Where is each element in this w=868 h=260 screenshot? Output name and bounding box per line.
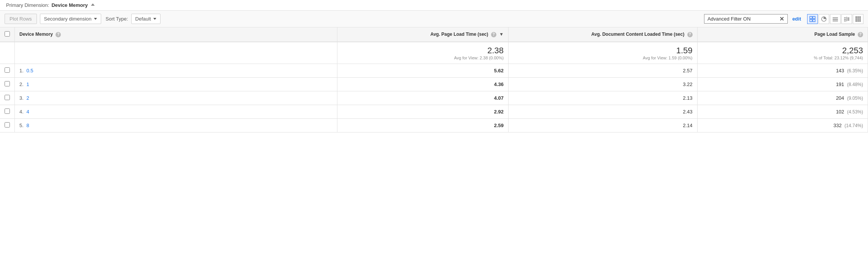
table-row: 5. 8 2.59 2.14 332 (14.74%) — [0, 119, 868, 132]
header-avg-page-load-label: Avg. Page Load Time (sec) — [430, 32, 488, 37]
summary-checkbox-col — [0, 42, 15, 64]
toolbar: Plot Rows Secondary dimension Sort Type:… — [0, 11, 868, 27]
row-page-load-sample-value: 332 — [833, 123, 842, 128]
device-memory-help-icon[interactable]: ? — [56, 32, 61, 37]
row-page-load-sample: 332 (14.74%) — [697, 119, 868, 132]
caret-up-icon — [91, 3, 95, 6]
row-checkbox-col — [0, 105, 15, 119]
row-avg-page-load: 2.59 — [337, 119, 508, 132]
page-load-sample-help-icon[interactable]: ? — [858, 32, 863, 37]
secondary-dimension-dropdown[interactable]: Secondary dimension — [40, 14, 101, 24]
svg-rect-21 — [859, 18, 861, 20]
header-page-load-sample: Page Load Sample ? — [697, 27, 868, 42]
svg-rect-3 — [813, 19, 815, 22]
row-avg-page-load: 2.92 — [337, 105, 508, 119]
row-page-load-sample-value: 191 — [836, 81, 844, 87]
header-checkbox-col — [0, 27, 15, 42]
row-avg-doc-content-value: 2.13 — [683, 95, 692, 101]
select-all-checkbox[interactable] — [5, 31, 10, 37]
avg-page-load-help-icon[interactable]: ? — [491, 32, 496, 37]
row-dimension-link[interactable]: 2 — [26, 95, 29, 101]
edit-filter-link[interactable]: edit — [792, 16, 801, 22]
filter-clear-button[interactable]: ✕ — [779, 16, 784, 22]
summary-page-load-sample-value: 2,253 — [702, 46, 863, 56]
header-avg-doc-content: Avg. Document Content Loaded Time (sec) … — [509, 27, 697, 42]
row-page-load-sample: 191 (8.48%) — [697, 78, 868, 91]
table-row: 4. 4 2.92 2.43 102 (4.53%) — [0, 105, 868, 119]
svg-rect-15 — [847, 20, 849, 21]
view-pivot-button[interactable] — [853, 14, 863, 24]
sort-arrow-icon: ▼ — [499, 32, 504, 37]
svg-rect-22 — [855, 20, 857, 22]
svg-rect-24 — [859, 20, 861, 22]
header-page-load-sample-label: Page Load Sample — [814, 32, 855, 37]
primary-dimension-value: Device Memory — [51, 2, 87, 8]
row-dimension-col: 1. 0.5 — [15, 64, 337, 78]
view-bar-button[interactable] — [830, 14, 841, 24]
summary-avg-page-load-sub: Avg for View: 2.38 (0.00%) — [342, 56, 504, 60]
row-avg-page-load: 5.62 — [337, 64, 508, 78]
row-page-load-sample-value: 204 — [836, 95, 844, 101]
svg-rect-23 — [857, 20, 859, 22]
row-page-load-sample-pct: (6.35%) — [847, 68, 863, 73]
row-dimension-col: 5. 8 — [15, 119, 337, 132]
svg-rect-18 — [859, 16, 861, 18]
row-dimension-link[interactable]: 0.5 — [26, 68, 33, 73]
view-icons-group — [807, 14, 863, 24]
svg-rect-16 — [855, 16, 857, 18]
chevron-down-icon — [94, 18, 97, 20]
row-page-load-sample: 204 (9.05%) — [697, 91, 868, 105]
view-table-button[interactable] — [807, 14, 818, 24]
row-checkbox-1[interactable] — [5, 81, 10, 86]
table-row: 2. 1 4.36 3.22 191 (8.48%) — [0, 78, 868, 91]
row-number: 4. — [19, 109, 24, 115]
row-avg-doc-content: 2.14 — [509, 119, 697, 132]
row-page-load-sample-value: 143 — [836, 68, 844, 73]
view-comparison-button[interactable] — [841, 14, 852, 24]
summary-dimension-col — [15, 42, 337, 64]
svg-rect-19 — [855, 18, 857, 20]
row-page-load-sample: 102 (4.53%) — [697, 105, 868, 119]
summary-row: 2.38 Avg for View: 2.38 (0.00%) 1.59 Avg… — [0, 42, 868, 64]
svg-rect-14 — [844, 21, 846, 21]
view-pie-button[interactable] — [819, 14, 829, 24]
svg-rect-20 — [857, 18, 859, 20]
row-avg-page-load: 4.07 — [337, 91, 508, 105]
svg-rect-6 — [833, 18, 838, 18]
primary-dimension-label: Primary Dimension: — [6, 2, 49, 8]
svg-rect-0 — [810, 16, 812, 19]
sort-type-dropdown[interactable]: Default — [131, 14, 161, 24]
row-avg-page-load-value: 4.36 — [494, 81, 504, 87]
svg-rect-13 — [847, 19, 849, 19]
row-dimension-link[interactable]: 4 — [26, 109, 29, 115]
summary-avg-page-load-col: 2.38 Avg for View: 2.38 (0.00%) — [337, 42, 508, 64]
row-dimension-link[interactable]: 8 — [26, 123, 29, 128]
header-device-memory-label: Device Memory — [19, 32, 53, 37]
row-page-load-sample-pct: (14.74%) — [844, 123, 863, 128]
row-avg-page-load-value: 2.59 — [494, 123, 504, 128]
sort-type-label: Sort Type: — [106, 16, 128, 22]
row-avg-doc-content: 2.43 — [509, 105, 697, 119]
plot-rows-button[interactable]: Plot Rows — [5, 14, 37, 24]
sort-type-value: Default — [135, 16, 151, 22]
svg-rect-10 — [844, 18, 846, 18]
row-avg-page-load: 4.36 — [337, 78, 508, 91]
row-page-load-sample-pct: (8.48%) — [847, 82, 863, 87]
row-page-load-sample-pct: (4.53%) — [847, 109, 863, 115]
row-number: 5. — [19, 123, 24, 128]
row-dimension-col: 4. 4 — [15, 105, 337, 119]
row-checkbox-2[interactable] — [5, 95, 10, 100]
secondary-dimension-label: Secondary dimension — [44, 16, 92, 22]
header-avg-page-load: Avg. Page Load Time (sec) ? ▼ — [337, 27, 508, 42]
row-page-load-sample-value: 102 — [836, 109, 844, 115]
row-checkbox-4[interactable] — [5, 122, 10, 128]
row-dimension-link[interactable]: 1 — [26, 81, 29, 87]
table-row: 3. 2 4.07 2.13 204 (9.05%) — [0, 91, 868, 105]
advanced-filter-box: Advanced Filter ON ✕ — [704, 14, 788, 24]
avg-doc-content-help-icon[interactable]: ? — [687, 32, 693, 37]
row-checkbox-3[interactable] — [5, 108, 10, 114]
sort-chevron-icon — [153, 18, 156, 20]
primary-dimension-bar: Primary Dimension: Device Memory — [0, 0, 868, 11]
row-checkbox-col — [0, 64, 15, 78]
row-checkbox-0[interactable] — [5, 67, 10, 73]
